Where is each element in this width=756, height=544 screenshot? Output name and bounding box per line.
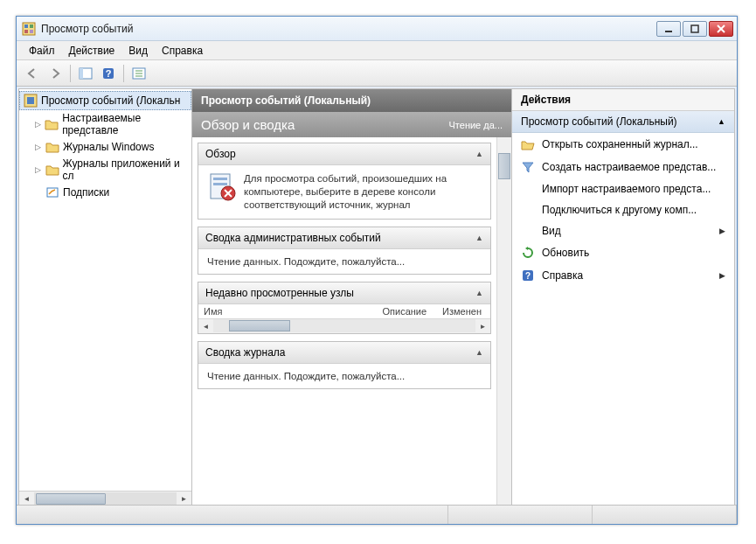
svg-rect-19 <box>47 188 58 197</box>
center-header: Просмотр событий (Локальный) <box>192 89 511 112</box>
show-tree-button[interactable] <box>75 63 96 84</box>
section-recent-nodes: Недавно просмотренные узлы ▲ Имя Описани… <box>198 282 491 334</box>
col-name: Имя <box>204 306 222 317</box>
center-banner: Обзор и сводка Чтение да... <box>192 112 511 137</box>
folder-icon <box>45 117 59 131</box>
section-admin-header[interactable]: Сводка административных событий ▲ <box>198 227 490 249</box>
col-mod: Изменен <box>442 306 482 317</box>
actions-header: Действия <box>512 89 734 111</box>
section-overview: Обзор ▲ Для просмотра событий, произошед… <box>198 143 491 220</box>
folder-icon <box>45 140 59 154</box>
refresh-icon <box>521 246 535 260</box>
section-recent-header[interactable]: Недавно просмотренные узлы ▲ <box>198 282 490 304</box>
action-view[interactable]: Вид ▶ <box>512 220 734 241</box>
help-toolbar-button[interactable]: ? <box>98 63 119 84</box>
tree-item-app-logs[interactable]: ▷ Журналы приложений и сл <box>19 156 191 184</box>
svg-rect-6 <box>691 25 698 32</box>
menubar: Файл Действие Вид Справка <box>17 41 737 60</box>
log-body: Чтение данных. Подождите, пожалуйста... <box>198 364 490 388</box>
menu-file[interactable]: Файл <box>22 43 62 59</box>
overview-text: Для просмотра событий, произошедших на к… <box>244 172 482 212</box>
svg-rect-1 <box>24 24 28 28</box>
action-help[interactable]: ? Справка ▶ <box>512 264 734 287</box>
svg-rect-21 <box>213 178 227 180</box>
forward-button[interactable] <box>45 63 66 84</box>
banner-title: Обзор и сводка <box>201 117 295 132</box>
expand-icon[interactable]: ▷ <box>35 165 44 174</box>
recent-hscrollbar[interactable]: ◄ ► <box>198 318 490 333</box>
action-label: Создать настраиваемое представ... <box>542 161 725 173</box>
statusbar <box>17 505 737 524</box>
tree-item-label: Журналы приложений и сл <box>63 157 188 182</box>
col-desc: Описание <box>382 306 427 317</box>
help-icon: ? <box>521 269 535 282</box>
svg-text:?: ? <box>106 68 112 79</box>
menu-view[interactable]: Вид <box>121 43 155 59</box>
tree-pane: Просмотр событий (Локальн ▷ Настраиваемы… <box>19 89 192 506</box>
titlebar: Просмотр событий <box>17 17 737 41</box>
tree-item-label: Подписки <box>63 186 109 199</box>
action-label: Подключиться к другому комп... <box>542 204 725 216</box>
action-label: Вид <box>542 225 712 237</box>
folder-open-icon <box>521 137 535 151</box>
collapse-icon: ▲ <box>475 289 483 297</box>
actions-pane: Действия Просмотр событий (Локальный) ▲ … <box>512 89 734 506</box>
minimize-button[interactable] <box>656 21 681 37</box>
window-title: Просмотр событий <box>41 23 656 35</box>
eventlog-icon <box>207 172 237 202</box>
tree-root[interactable]: Просмотр событий (Локальн <box>19 91 191 110</box>
menu-action[interactable]: Действие <box>62 43 122 59</box>
filter-icon <box>521 160 535 174</box>
tree-item-windows-logs[interactable]: ▷ Журналы Windows <box>19 138 191 156</box>
svg-rect-10 <box>80 68 83 79</box>
svg-text:?: ? <box>525 271 531 281</box>
section-admin-summary: Сводка административных событий ▲ Чтение… <box>198 227 491 275</box>
section-title: Обзор <box>205 148 236 160</box>
section-log-header[interactable]: Сводка журнала ▲ <box>198 342 490 364</box>
tree-hscrollbar[interactable]: ◄ ► <box>19 491 191 506</box>
action-open-saved-log[interactable]: Открыть сохраненный журнал... <box>512 133 734 156</box>
tree-item-label: Настраиваемые представле <box>62 112 188 136</box>
center-vscrollbar[interactable] <box>496 137 511 505</box>
collapse-icon: ▲ <box>718 117 725 126</box>
action-label: Справка <box>542 269 712 282</box>
collapse-icon: ▲ <box>475 348 483 357</box>
center-pane: Просмотр событий (Локальный) Обзор и сво… <box>192 89 512 506</box>
expand-icon[interactable]: ▷ <box>35 120 43 129</box>
action-label: Импорт настраиваемого предста... <box>542 183 725 195</box>
app-icon <box>22 22 36 36</box>
properties-button[interactable] <box>128 63 149 84</box>
recent-columns: Имя Описание Изменен <box>198 304 490 318</box>
action-refresh[interactable]: Обновить <box>512 241 734 264</box>
section-title: Сводка административных событий <box>205 232 381 244</box>
section-title: Сводка журнала <box>205 346 286 359</box>
svg-rect-22 <box>213 183 227 185</box>
admin-body: Чтение данных. Подождите, пожалуйста... <box>198 249 490 274</box>
tree-root-label: Просмотр событий (Локальн <box>41 94 180 107</box>
action-connect-computer[interactable]: Подключиться к другому комп... <box>512 199 734 220</box>
folder-icon <box>45 163 59 177</box>
svg-rect-4 <box>30 30 33 33</box>
action-label: Обновить <box>542 247 725 259</box>
section-log-summary: Сводка журнала ▲ Чтение данных. Подождит… <box>198 341 491 389</box>
close-button[interactable] <box>709 21 733 37</box>
tree-item-custom-views[interactable]: ▷ Настраиваемые представле <box>19 110 191 138</box>
submenu-arrow-icon: ▶ <box>719 271 725 280</box>
svg-rect-2 <box>30 24 33 28</box>
collapse-icon: ▲ <box>475 234 483 242</box>
submenu-arrow-icon: ▶ <box>719 227 725 235</box>
action-label: Открыть сохраненный журнал... <box>542 138 725 150</box>
menu-help[interactable]: Справка <box>155 43 210 59</box>
section-title: Недавно просмотренные узлы <box>205 287 354 299</box>
tree-item-label: Журналы Windows <box>63 141 154 153</box>
maximize-button[interactable] <box>683 21 707 37</box>
section-overview-header[interactable]: Обзор ▲ <box>198 143 490 165</box>
back-button[interactable] <box>22 63 43 84</box>
banner-status: Чтение да... <box>449 120 503 130</box>
actions-group-header[interactable]: Просмотр событий (Локальный) ▲ <box>512 111 734 133</box>
action-import-custom-view[interactable]: Импорт настраиваемого предста... <box>512 178 734 199</box>
expand-icon[interactable]: ▷ <box>35 143 44 151</box>
svg-rect-18 <box>27 97 34 104</box>
tree-item-subscriptions[interactable]: Подписки <box>19 184 191 201</box>
action-create-custom-view[interactable]: Создать настраиваемое представ... <box>512 156 734 178</box>
